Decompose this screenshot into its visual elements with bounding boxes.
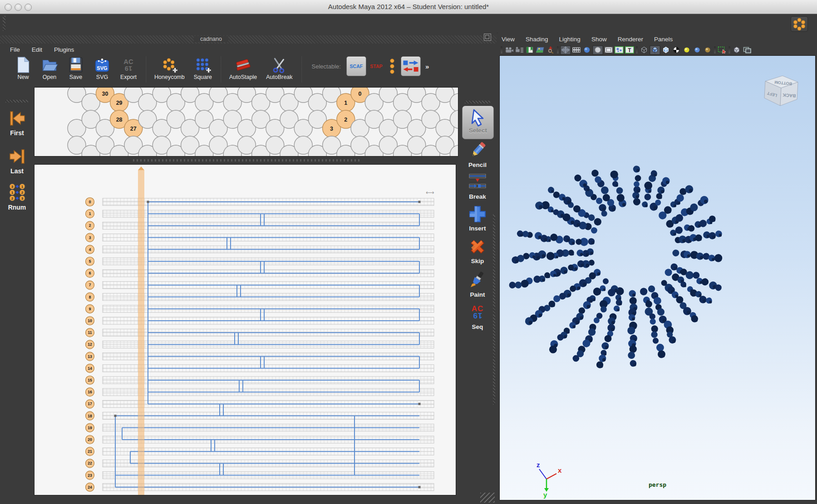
gold-light-icon[interactable] bbox=[703, 46, 713, 54]
lasso-select-icon[interactable] bbox=[717, 46, 727, 54]
first-arrow-icon bbox=[7, 109, 27, 128]
perspective-viewport[interactable]: BOTTOMLEFTBACKzxy persp bbox=[499, 55, 816, 500]
tool-label: Insert bbox=[469, 225, 486, 232]
grid-diamond-icon[interactable] bbox=[560, 45, 571, 55]
menu-file[interactable]: File bbox=[10, 46, 20, 53]
maya-menu-lighting[interactable]: Lighting bbox=[559, 36, 581, 43]
yellow-light-icon[interactable] bbox=[682, 46, 692, 54]
last-button[interactable]: Last bbox=[0, 147, 34, 175]
path-row-number: 6 bbox=[89, 271, 91, 275]
zoom-region-icon[interactable] bbox=[546, 46, 556, 54]
panel-splitter[interactable] bbox=[34, 157, 458, 164]
square-button[interactable]: Square bbox=[194, 56, 212, 80]
xray-cube-icon[interactable] bbox=[661, 46, 671, 54]
image-plane-icon[interactable] bbox=[535, 46, 545, 54]
axis-indicator: zxy bbox=[536, 461, 562, 499]
scaf-toggle-button[interactable]: SCAF bbox=[346, 56, 366, 76]
cadnano-panel-titlebar[interactable]: cadnano bbox=[0, 35, 497, 44]
camera-icon[interactable] bbox=[504, 46, 514, 54]
svg-text:SVG: SVG bbox=[97, 65, 107, 71]
path-row-number: 11 bbox=[88, 330, 92, 335]
path-row-number: 23 bbox=[88, 473, 92, 478]
view-cube[interactable]: BOTTOMLEFTBACK bbox=[764, 76, 798, 106]
float-panel-icon[interactable] bbox=[484, 34, 491, 41]
path-row-number: 3 bbox=[89, 235, 91, 240]
maya-menu-shading[interactable]: Shading bbox=[526, 36, 548, 43]
palette-grip[interactable] bbox=[465, 101, 490, 103]
maya-menu-renderer[interactable]: Renderer bbox=[618, 36, 643, 43]
toolbar-grip[interactable] bbox=[3, 16, 5, 31]
svg-text:x: x bbox=[558, 466, 562, 474]
path-row-number: 16 bbox=[88, 390, 92, 394]
swap-scaf-stap-button[interactable] bbox=[401, 56, 421, 76]
three-dots-icon[interactable] bbox=[389, 58, 395, 75]
autostaple-button[interactable]: AutoStaple bbox=[229, 56, 257, 80]
panel-layout-icon[interactable] bbox=[742, 46, 752, 54]
text-hud-icon[interactable]: T bbox=[625, 46, 635, 54]
path-panel[interactable]: 0123456789101112131415161718192021222324… bbox=[34, 164, 456, 495]
select-tool-button[interactable]: Select bbox=[462, 106, 494, 139]
iconbar-separator bbox=[636, 46, 638, 54]
window-title: Autodesk Maya 2012 x64 – Student Version… bbox=[0, 3, 817, 10]
toolbar-separator bbox=[220, 56, 221, 83]
save-floppy-icon bbox=[67, 56, 84, 73]
pencil-tool-button[interactable]: Pencil bbox=[458, 141, 497, 168]
base-position-slider[interactable] bbox=[138, 166, 144, 495]
checker-sphere-icon[interactable] bbox=[671, 46, 681, 54]
blue-light-icon[interactable] bbox=[692, 46, 702, 54]
side-toolbar-grip[interactable] bbox=[5, 100, 28, 103]
maya-menu-view[interactable]: View bbox=[502, 36, 515, 43]
wireframe-cube-icon[interactable] bbox=[639, 46, 649, 54]
bookmark-book-icon[interactable] bbox=[525, 46, 535, 54]
helix-number: 2 bbox=[344, 117, 347, 123]
resize-grip[interactable] bbox=[480, 493, 495, 503]
iso-cube-icon[interactable] bbox=[732, 46, 742, 54]
multi-sphere-icon[interactable] bbox=[614, 46, 624, 54]
slice-panel[interactable]: 302910282732 bbox=[34, 87, 458, 157]
seq-tool-button[interactable]: AC19Seq bbox=[458, 303, 497, 330]
film-gate-icon[interactable] bbox=[571, 46, 581, 54]
tool-label: Break bbox=[469, 193, 486, 200]
iconbar-separator bbox=[728, 46, 730, 54]
first-button[interactable]: First bbox=[0, 109, 34, 137]
path-row-number: 0 bbox=[89, 200, 91, 204]
break-tool-button[interactable]: Break bbox=[458, 172, 497, 200]
export-button[interactable]: AC19Export bbox=[120, 56, 137, 80]
save-button[interactable]: Save bbox=[67, 56, 84, 80]
honeycomb-button[interactable]: Honeycomb bbox=[154, 56, 185, 80]
scaffold-strands[interactable] bbox=[115, 202, 419, 487]
cadnano-panel-title: cadnano bbox=[194, 36, 228, 42]
shaded-cube-icon[interactable] bbox=[650, 45, 660, 55]
toolbar-label: Square bbox=[194, 74, 212, 80]
maya-menu-show[interactable]: Show bbox=[591, 36, 607, 43]
open-button[interactable]: Open bbox=[41, 56, 58, 80]
last-arrow-icon bbox=[7, 147, 27, 166]
new-button[interactable]: New bbox=[15, 56, 32, 80]
camera-attributes-icon[interactable] bbox=[514, 46, 524, 54]
side-tool-label: First bbox=[10, 129, 24, 137]
camera-name-label: persp bbox=[500, 481, 815, 488]
view-cube-label: BACK bbox=[782, 93, 796, 98]
autobreak-button[interactable]: AutoBreak bbox=[266, 56, 292, 80]
gate-mask-icon[interactable] bbox=[604, 46, 614, 54]
insert-tool-button[interactable]: Insert bbox=[458, 204, 497, 232]
shaded-sphere-icon[interactable] bbox=[582, 46, 592, 54]
toolbar-overflow-chevron[interactable]: » bbox=[425, 63, 429, 70]
cadnano-launcher-button[interactable] bbox=[791, 16, 808, 32]
paint-tool-button[interactable]: Paint bbox=[458, 270, 497, 298]
menu-edit[interactable]: Edit bbox=[32, 46, 42, 53]
dna-torus-model[interactable] bbox=[500, 157, 735, 379]
menu-plugins[interactable]: Plugins bbox=[54, 46, 74, 53]
svg-text:19: 19 bbox=[473, 311, 482, 320]
rnum-button[interactable]: 311223Rnum bbox=[0, 183, 34, 211]
skip-tool-button[interactable]: Skip bbox=[458, 237, 497, 264]
cadnano-menubar: FileEditPlugins bbox=[0, 44, 497, 55]
stap-toggle-button[interactable]: STAP bbox=[366, 56, 386, 76]
flat-circle-icon[interactable] bbox=[592, 45, 603, 55]
maya-menu-panels[interactable]: Panels bbox=[654, 36, 673, 43]
path-row-number: 7 bbox=[89, 283, 91, 287]
selectable-label: Selectable: bbox=[312, 63, 341, 70]
paint-brush-icon bbox=[468, 270, 487, 290]
svg-button[interactable]: SVGSVG bbox=[94, 56, 111, 80]
path-row-number: 13 bbox=[88, 354, 92, 359]
